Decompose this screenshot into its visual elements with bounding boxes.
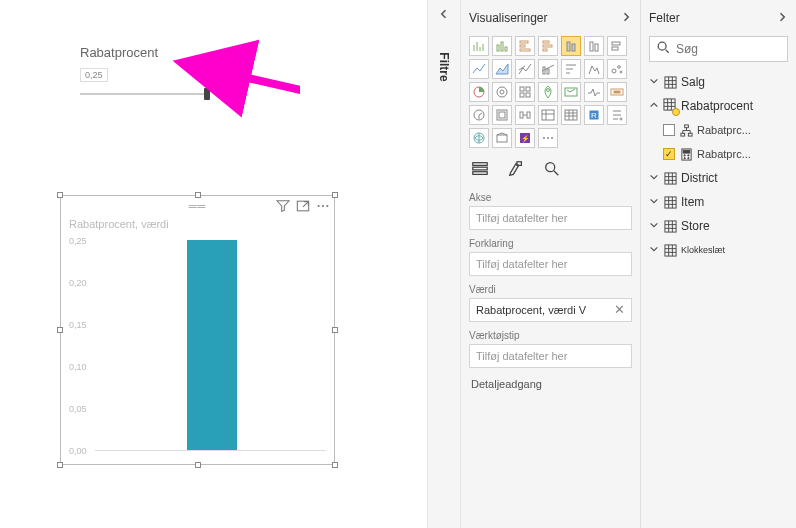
- viz-type-tile[interactable]: [584, 59, 604, 79]
- viz-type-tile[interactable]: [584, 36, 604, 56]
- viz-type-tile[interactable]: [561, 82, 581, 102]
- viz-type-tile[interactable]: [538, 82, 558, 102]
- checkbox[interactable]: [663, 124, 675, 136]
- fields-search[interactable]: [649, 36, 788, 62]
- resize-handle[interactable]: [332, 462, 338, 468]
- focus-mode-icon[interactable]: [296, 199, 310, 213]
- table-item[interactable]: Item: [649, 190, 788, 214]
- viz-type-tile[interactable]: [538, 59, 558, 79]
- table-icon: [663, 172, 677, 185]
- svg-point-58: [546, 163, 555, 172]
- slicer-value: 0,25: [80, 68, 108, 82]
- analytics-mode-icon[interactable]: [543, 160, 561, 182]
- axis-well[interactable]: Tilføj datafelter her: [469, 206, 632, 230]
- svg-rect-15: [567, 42, 570, 51]
- resize-handle[interactable]: [195, 192, 201, 198]
- svg-rect-22: [547, 69, 549, 74]
- viz-type-tile[interactable]: [607, 82, 627, 102]
- svg-rect-73: [664, 220, 675, 231]
- viz-type-tile[interactable]: [492, 36, 512, 56]
- chevron-right-icon[interactable]: [776, 9, 788, 27]
- field-rabat-2[interactable]: ✓ Rabatprc...: [649, 142, 788, 166]
- viz-type-tile[interactable]: [469, 59, 489, 79]
- svg-rect-72: [664, 196, 675, 207]
- filters-pane-collapsed[interactable]: Filtre: [427, 0, 461, 528]
- viz-type-tile[interactable]: [492, 59, 512, 79]
- y-tick-label: 0,20: [69, 278, 87, 288]
- resize-handle[interactable]: [332, 192, 338, 198]
- remove-field-icon[interactable]: ✕: [614, 299, 625, 321]
- table-rabatprocent[interactable]: Rabatprocent: [649, 94, 788, 118]
- y-tick-label: 0,00: [69, 446, 87, 456]
- viz-type-tile[interactable]: [538, 105, 558, 125]
- viz-type-tile[interactable]: [469, 128, 489, 148]
- viz-type-tile[interactable]: [492, 128, 512, 148]
- tooltip-well[interactable]: Tilføj datafelter her: [469, 344, 632, 368]
- viz-type-tile[interactable]: R: [584, 105, 604, 125]
- search-input[interactable]: [676, 42, 796, 56]
- resize-handle[interactable]: [195, 462, 201, 468]
- calculator-icon: [679, 148, 693, 161]
- svg-rect-31: [520, 93, 524, 97]
- chevron-up-icon: [649, 99, 659, 113]
- viz-type-tile[interactable]: [584, 82, 604, 102]
- svg-point-24: [618, 66, 621, 69]
- viz-type-tile[interactable]: [607, 36, 627, 56]
- drag-grip-icon[interactable]: ══: [178, 203, 218, 209]
- viz-type-tile[interactable]: [607, 105, 627, 125]
- chevron-left-icon[interactable]: [428, 6, 460, 24]
- slicer-slider[interactable]: [80, 88, 210, 100]
- viz-type-tile[interactable]: [561, 105, 581, 125]
- viz-type-tile[interactable]: [469, 36, 489, 56]
- bar-chart-visual[interactable]: ══ Rabatprocent, værdi 0,000,050,100,150…: [60, 195, 335, 465]
- table-klokkeslaet[interactable]: Klokkeslæt: [649, 238, 788, 262]
- viz-type-tile[interactable]: [607, 59, 627, 79]
- report-canvas[interactable]: Rabatprocent 0,25 ══ Rabatprocent, værdi: [0, 0, 427, 528]
- table-icon: [663, 196, 677, 209]
- legend-well[interactable]: Tilføj datafelter her: [469, 252, 632, 276]
- svg-rect-16: [572, 44, 575, 51]
- more-options-icon[interactable]: [316, 199, 330, 213]
- format-mode-icon[interactable]: [507, 160, 525, 182]
- svg-rect-39: [499, 112, 505, 118]
- viz-type-tile[interactable]: [538, 128, 558, 148]
- checkbox-checked[interactable]: ✓: [663, 148, 675, 160]
- filter-icon[interactable]: [276, 199, 290, 213]
- value-well[interactable]: Rabatprocent, værdi V ✕: [469, 298, 632, 322]
- resize-handle[interactable]: [57, 192, 63, 198]
- viz-type-tile[interactable]: [515, 36, 535, 56]
- axis-label: Akse: [469, 192, 632, 203]
- slicer-visual[interactable]: Rabatprocent 0,25: [80, 45, 210, 100]
- table-store[interactable]: Store: [649, 214, 788, 238]
- viz-type-tile[interactable]: [469, 82, 489, 102]
- resize-handle[interactable]: [332, 327, 338, 333]
- svg-rect-63: [680, 133, 684, 136]
- drill-section[interactable]: Detaljeadgang: [469, 374, 632, 394]
- resize-handle[interactable]: [57, 327, 63, 333]
- hierarchy-icon: [679, 124, 693, 137]
- viz-type-tile[interactable]: [515, 105, 535, 125]
- svg-text:R: R: [591, 111, 597, 120]
- svg-rect-12: [543, 41, 549, 43]
- field-rabat-1[interactable]: Rabatprc...: [649, 118, 788, 142]
- svg-rect-7: [501, 42, 503, 51]
- resize-handle[interactable]: [57, 462, 63, 468]
- viz-type-tile[interactable]: [538, 36, 558, 56]
- chevron-right-icon[interactable]: [620, 9, 632, 27]
- viz-type-tile[interactable]: [515, 82, 535, 102]
- fields-mode-icon[interactable]: [471, 160, 489, 182]
- viz-type-tile[interactable]: [469, 105, 489, 125]
- viz-type-tile[interactable]: [492, 82, 512, 102]
- table-salg[interactable]: Salg: [649, 70, 788, 94]
- svg-rect-18: [595, 44, 598, 51]
- viz-type-tile[interactable]: [561, 36, 581, 56]
- svg-rect-30: [526, 87, 530, 91]
- table-district[interactable]: District: [649, 166, 788, 190]
- svg-rect-10: [520, 45, 525, 47]
- viz-type-tile[interactable]: ⚡: [515, 128, 535, 148]
- viz-type-tile[interactable]: [561, 59, 581, 79]
- viz-type-tile[interactable]: [492, 105, 512, 125]
- viz-type-tile[interactable]: [515, 59, 535, 79]
- slider-thumb[interactable]: [204, 88, 210, 100]
- fields-title: Felter: [649, 11, 680, 25]
